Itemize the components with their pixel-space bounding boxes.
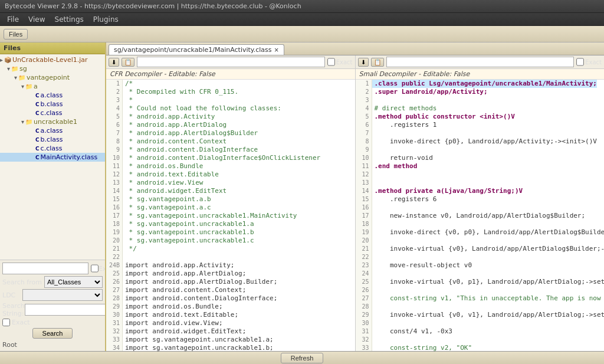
line-number: 33 <box>106 336 123 344</box>
line-number: 29 <box>356 311 372 319</box>
code-line: 17 * sg.vantagepoint.uncrackable1.MainAc… <box>106 212 355 220</box>
ldc-row: LDC <box>2 289 103 301</box>
line-code: .registers 6 <box>372 195 437 204</box>
tree-item-c_class[interactable]: Cc.class <box>0 109 105 117</box>
line-number: 18 <box>106 220 123 228</box>
line-code: import sg.vantagepoint.uncrackable1.a; <box>123 336 274 344</box>
tree-item-uc_class[interactable]: Cc.class <box>0 144 105 153</box>
tree-item-sg[interactable]: ▾📁sg <box>0 64 105 73</box>
code-line: 21 invoke-virtual {v0}, Landroid/app/Ale… <box>356 245 605 253</box>
code-line: 26import android.app.AlertDialog.Builder… <box>106 278 355 286</box>
refresh-button[interactable]: Refresh <box>281 353 324 363</box>
line-number: 7 <box>106 129 123 137</box>
tree-item-b_class[interactable]: Cb.class <box>0 100 105 109</box>
code-line: 15 * sg.vantagepoint.a.b <box>106 195 355 204</box>
search-from-select[interactable]: All_Classes <box>44 276 103 288</box>
tree-item-main_class[interactable]: CMainActivity.class <box>0 153 105 162</box>
line-number: 25 <box>106 270 123 278</box>
cfr-exact-checkbox[interactable] <box>327 57 335 67</box>
line-code: const-string v2, "OK" <box>372 344 472 351</box>
line-number: 8 <box>106 137 123 146</box>
line-code: .class public Lsg/vantagepoint/uncrackab… <box>372 80 598 88</box>
line-number: 30 <box>356 319 372 327</box>
class-icon: C <box>35 146 40 152</box>
menu-file[interactable]: File <box>2 14 24 25</box>
tree-label: b.class <box>41 100 63 108</box>
tab-close-button[interactable]: × <box>274 47 279 53</box>
class-icon: C <box>35 137 40 143</box>
smali-copy-button[interactable]: 📋 <box>371 58 384 67</box>
menubar: File View Settings Plugins <box>0 13 604 26</box>
tree-item-vantagepoint[interactable]: ▾📁vantagepoint <box>0 73 105 82</box>
line-code: * android.content.Context <box>123 137 226 146</box>
code-line: 31 const/4 v1, -0x3 <box>356 327 605 336</box>
line-code: * android.widget.EditText <box>123 187 226 195</box>
tree-item-uncrackable1_folder[interactable]: ▾📁uncrackable1 <box>0 117 105 126</box>
main-content: Files ▸📦UnCrackable-Level1.jar▾📁sg▾📁vant… <box>0 42 604 351</box>
code-line: 32import android.widget.EditText; <box>106 327 355 336</box>
left-panel: Files ▸📦UnCrackable-Level1.jar▾📁sg▾📁vant… <box>0 42 106 351</box>
line-number: 28 <box>106 294 123 303</box>
code-line: 20 * sg.vantagepoint.uncrackable1.c <box>106 237 355 245</box>
line-code: invoke-direct {p0}, Landroid/app/Activit… <box>372 137 598 146</box>
cfr-panel: ⬇ 📋 Exact CFR Decompiler - Editable: Fal… <box>106 55 356 351</box>
code-line: 27import android.content.Context; <box>106 286 355 294</box>
line-number: 6 <box>356 121 372 129</box>
line-code: import android.widget.EditText; <box>123 327 246 336</box>
line-code: const-string v1, "This in unacceptable. … <box>372 294 605 303</box>
search-button[interactable]: Search <box>32 328 73 339</box>
line-code: * sg.vantagepoint.uncrackable1.MainActiv… <box>123 212 297 220</box>
tree-item-ub_class[interactable]: Cb.class <box>0 135 105 144</box>
folder-expand-icon: ▾ <box>21 119 24 125</box>
tree-item-a_class[interactable]: Ca.class <box>0 91 105 100</box>
code-line: 30import android.text.Editable; <box>106 311 355 319</box>
cfr-search-input[interactable] <box>137 57 325 67</box>
main-tab[interactable]: sg/vantagepoint/uncrackable1/MainActivit… <box>109 44 284 55</box>
search-input[interactable] <box>2 263 88 274</box>
code-line: 33 const-string v2, "OK" <box>356 344 605 351</box>
cfr-download-button[interactable]: ⬇ <box>109 58 119 67</box>
line-code: * android.app.Activity <box>123 113 215 121</box>
ldc-select[interactable] <box>22 289 103 301</box>
cfr-copy-button[interactable]: 📋 <box>122 58 134 67</box>
files-button[interactable]: Files <box>4 29 28 40</box>
exact-checkbox2[interactable] <box>2 319 10 326</box>
line-number: 33 <box>356 344 372 351</box>
line-number: 2 <box>106 88 123 96</box>
line-code: * sg.vantagepoint.uncrackable1.c <box>123 237 254 245</box>
line-number: 19 <box>356 228 372 237</box>
tree-item-a_folder[interactable]: ▾📁a <box>0 82 105 91</box>
search-from-label: Search from <box>2 278 42 286</box>
tree-item-ua_class[interactable]: Ca.class <box>0 126 105 135</box>
line-code: import android.text.Editable; <box>123 311 238 319</box>
menu-view[interactable]: View <box>24 14 50 25</box>
smali-download-button[interactable]: ⬇ <box>358 58 369 67</box>
line-code: * android.app.AlertDialog <box>123 121 226 129</box>
code-line: 16 * sg.vantagepoint.a.c <box>106 204 355 212</box>
line-code: import android.view.View; <box>123 319 223 327</box>
line-number: 15 <box>356 195 372 204</box>
files-panel-header: Files <box>0 42 105 54</box>
line-number: 32 <box>106 327 123 336</box>
menu-settings[interactable]: Settings <box>50 14 88 25</box>
search-string-input[interactable] <box>25 304 106 316</box>
exact-checkbox[interactable] <box>91 263 99 274</box>
line-number: 7 <box>356 129 372 137</box>
line-number: 1 <box>106 80 123 88</box>
cfr-code-content[interactable]: 1/*2 * Decompiled with CFR 0_115.3 *4 * … <box>106 80 355 351</box>
tab-bar: sg/vantagepoint/uncrackable1/MainActivit… <box>106 42 604 55</box>
line-number: 10 <box>106 154 123 162</box>
line-number: 28 <box>356 303 372 311</box>
line-code: import android.app.AlertDialog; <box>123 270 246 278</box>
root-label: Root <box>2 341 103 349</box>
code-line: 25 invoke-virtual {v0, p1}, Landroid/app… <box>356 278 605 286</box>
smali-search-input[interactable] <box>386 57 575 67</box>
smali-exact-checkbox[interactable] <box>576 57 584 67</box>
tree-label: b.class <box>41 136 63 143</box>
line-number: 8 <box>356 137 372 146</box>
jar-icon: 📦 <box>4 57 11 63</box>
code-line: 8 * android.content.Context <box>106 137 355 146</box>
menu-plugins[interactable]: Plugins <box>88 14 123 25</box>
smali-code-content[interactable]: 1.class public Lsg/vantagepoint/uncracka… <box>356 80 605 351</box>
tree-item-jar1[interactable]: ▸📦UnCrackable-Level1.jar <box>0 55 105 64</box>
